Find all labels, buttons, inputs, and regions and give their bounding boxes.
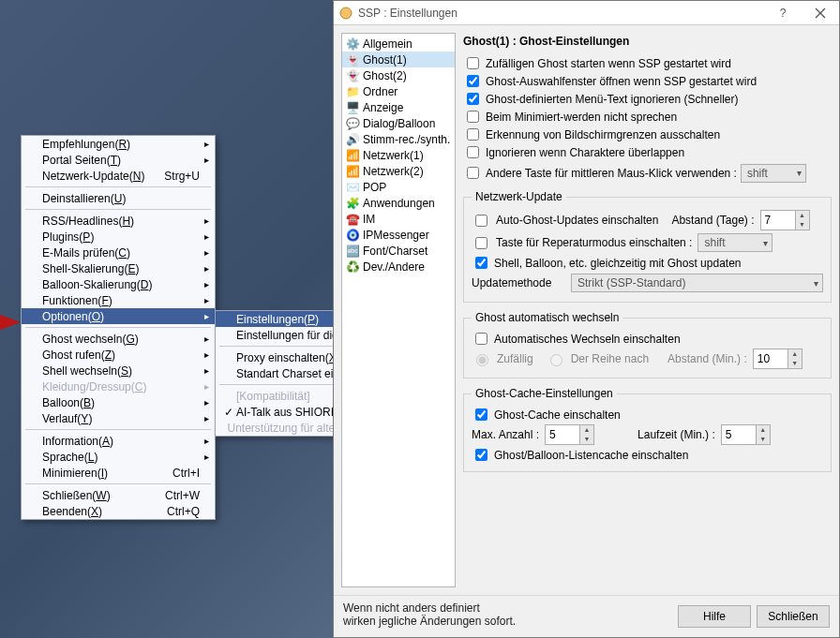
submenu-arrow-icon: ▸ — [200, 263, 209, 274]
listcache-check[interactable] — [475, 449, 488, 461]
auto-switch-label: Automatisches Wechseln einschalten — [494, 333, 681, 346]
main-menu-item[interactable]: Information(A)▸ — [22, 433, 215, 449]
menu-item-label: Funktionen(F) — [42, 294, 200, 307]
option-check[interactable] — [467, 57, 479, 69]
main-menu-item[interactable]: Plugins(P)▸ — [22, 229, 215, 245]
menu-item-label: Information(A) — [42, 435, 200, 448]
submenu-arrow-icon: ▸ — [200, 436, 209, 446]
max-count-spin[interactable]: ▲▼ — [545, 424, 594, 445]
settings-dialog: SSP : Einstellungen ? ⚙️Allgemein👻Ghost(… — [333, 0, 840, 638]
option-check[interactable] — [467, 75, 479, 87]
tree-item[interactable]: ☎️IM — [342, 211, 455, 227]
main-menu-item[interactable]: E-Mails prüfen(C)▸ — [22, 245, 215, 260]
tree-item[interactable]: 📶Netzwerk(1) — [342, 147, 455, 163]
tree-icon: ⚙️ — [345, 37, 360, 52]
tree-item[interactable]: 🔤Font/Charset — [342, 243, 455, 259]
main-menu-item[interactable]: Optionen(O)▸ — [22, 308, 215, 324]
tree-item[interactable]: 💬Dialog/Balloon — [342, 115, 455, 131]
tree-icon: 👻 — [345, 68, 360, 83]
listcache-label: Ghost/Balloon-Listencache einschalten — [494, 449, 688, 462]
mouse-combo[interactable]: shift — [741, 164, 806, 183]
menu-item-accel: Ctrl+W — [165, 489, 200, 502]
main-menu-item[interactable]: Ghost wechseln(G)▸ — [22, 331, 215, 347]
cache-group: Ghost-Cache-Einstellungen Ghost-Cache ei… — [463, 387, 832, 472]
tree-item[interactable]: 🧩Anwendungen — [342, 195, 455, 211]
option-label: Ghost-definierten Menü-Text ignorieren (… — [486, 93, 738, 106]
mouse-check[interactable] — [467, 167, 479, 179]
main-menu-item[interactable]: Beenden(X)Ctrl+Q — [22, 503, 215, 519]
days-spin[interactable]: ▲▼ — [760, 210, 810, 230]
tree-item[interactable]: 🧿IPMessenger — [342, 227, 455, 243]
svg-point-0 — [340, 7, 352, 19]
context-menu-main: Empfehlungen(R)▸Portal Seiten(T)▸Netzwer… — [21, 135, 216, 520]
menu-item-label: Shell wechseln(S) — [42, 364, 200, 378]
repair-label: Taste für Reperaturmodus einschalten : — [496, 236, 692, 249]
main-menu-item[interactable]: Verlauf(Y)▸ — [22, 410, 215, 426]
option-check[interactable] — [467, 146, 479, 158]
mouse-label: Andere Taste für mittleren Maus-Klick ve… — [486, 167, 737, 180]
tree-item[interactable]: ♻️Dev./Andere — [342, 259, 455, 274]
tree-icon: ♻️ — [345, 260, 360, 274]
main-menu-item[interactable]: Ghost rufen(Z)▸ — [22, 347, 215, 363]
submenu-arrow-icon: ▸ — [200, 247, 209, 258]
shell-update-check[interactable] — [475, 257, 488, 269]
repair-combo[interactable]: shift — [698, 233, 772, 252]
tree-item[interactable]: 👻Ghost(1) — [342, 52, 455, 67]
tree-item[interactable]: 🖥️Anzeige — [342, 99, 455, 115]
switch-interval-spin[interactable]: ▲▼ — [753, 349, 802, 369]
close-dialog-button[interactable]: Schließen — [757, 605, 830, 628]
submenu-arrow-icon: ▸ — [200, 155, 209, 165]
main-menu-item[interactable]: RSS/Headlines(H)▸ — [22, 213, 215, 229]
tree-label: Netzwerk(1) — [363, 149, 424, 162]
method-label: Updatemethode — [472, 276, 565, 289]
menu-separator — [25, 209, 211, 210]
main-menu-item[interactable]: Balloon(B)▸ — [22, 394, 215, 410]
main-menu-item[interactable]: Minimieren(I)Ctrl+I — [22, 465, 215, 481]
menu-item-label: Portal Seiten(T) — [42, 154, 200, 167]
option-check[interactable] — [467, 111, 479, 123]
ghost-option: Ghost-definierten Menü-Text ignorieren (… — [463, 90, 832, 108]
method-combo[interactable]: Strikt (SSP-Standard) — [571, 274, 823, 292]
tree-item[interactable]: 📶Netzwerk(2) — [342, 163, 455, 179]
auto-update-check[interactable] — [475, 215, 488, 227]
main-menu-item[interactable]: Portal Seiten(T)▸ — [22, 152, 215, 168]
main-menu-item[interactable]: Empfehlungen(R)▸ — [22, 136, 215, 152]
help-button[interactable]: ? — [764, 1, 802, 25]
option-check[interactable] — [467, 128, 479, 141]
random-label: Zufällig — [497, 352, 533, 365]
menu-separator — [25, 429, 211, 430]
menu-item-label: Plugins(P) — [42, 230, 200, 244]
repair-check[interactable] — [475, 237, 488, 249]
tree-label: Ordner — [363, 85, 398, 98]
main-menu-item[interactable]: Deinstallieren(U) — [22, 190, 215, 206]
auto-switch-check[interactable] — [475, 333, 488, 345]
option-check[interactable] — [467, 93, 479, 105]
submenu-arrow-icon: ▸ — [200, 215, 209, 226]
tree-icon: 📶 — [345, 148, 360, 163]
ghost-option: Erkennung von Bildschirmgrenzen ausschal… — [463, 126, 832, 143]
close-button[interactable] — [802, 1, 839, 25]
tree-label: POP — [363, 181, 386, 194]
tree-item[interactable]: 👻Ghost(2) — [342, 67, 455, 83]
main-menu-item[interactable]: Sprache(L)▸ — [22, 449, 215, 465]
tree-item[interactable]: ⚙️Allgemein — [342, 36, 455, 52]
cache-enable-check[interactable] — [475, 408, 488, 421]
tree-label: Ghost(2) — [363, 69, 407, 82]
menu-item-label: Ghost wechseln(G) — [42, 333, 200, 346]
main-menu-item[interactable]: Schließen(W)Ctrl+W — [22, 487, 215, 503]
main-menu-item[interactable]: Balloon-Skalierung(D)▸ — [22, 276, 215, 292]
random-radio[interactable] — [476, 354, 488, 366]
main-menu-item[interactable]: Shell wechseln(S)▸ — [22, 363, 215, 378]
tree-item[interactable]: 🔊Stimm-rec./synth. — [342, 131, 455, 147]
main-menu-item[interactable]: Netzwerk-Update(N)Strg+U — [22, 168, 215, 184]
tree-item[interactable]: ✉️POP — [342, 179, 455, 195]
help-button[interactable]: Hilfe — [678, 605, 751, 628]
main-menu-item[interactable]: Funktionen(F)▸ — [22, 292, 215, 308]
runtime-spin[interactable]: ▲▼ — [721, 424, 771, 445]
tree-icon: 🧿 — [345, 228, 360, 243]
check-icon: ✓ — [223, 406, 234, 419]
tree-icon: 🔤 — [345, 244, 360, 259]
main-menu-item[interactable]: Shell-Skalierung(E)▸ — [22, 260, 215, 276]
tree-item[interactable]: 📁Ordner — [342, 83, 455, 99]
order-radio[interactable] — [550, 354, 562, 366]
